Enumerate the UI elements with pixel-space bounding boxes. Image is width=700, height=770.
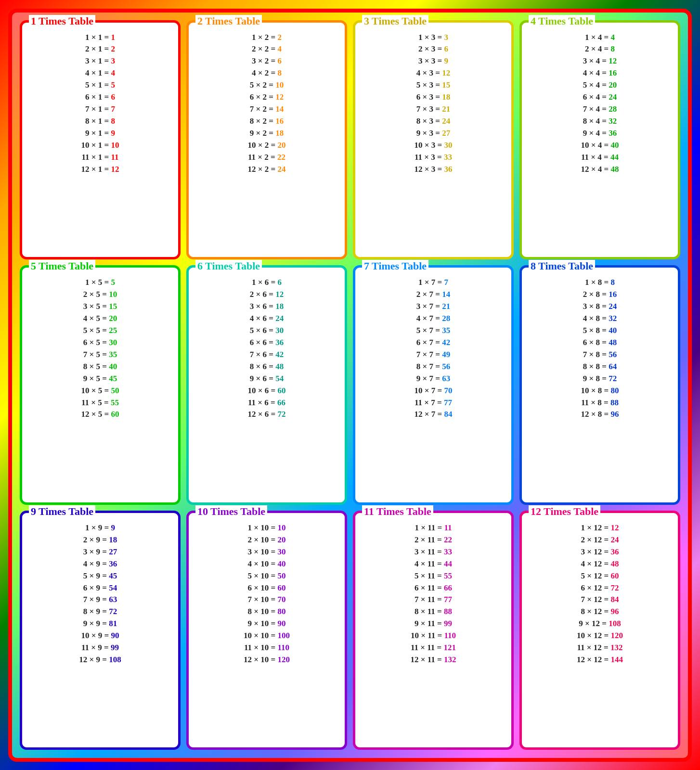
equation-result: 63 [442, 374, 450, 383]
equation-result: 9 [111, 128, 115, 138]
equation-result: 132 [444, 655, 456, 664]
table-row: 8 × 9 = 72 [26, 606, 174, 617]
equations-12: 1 × 12 = 122 × 12 = 243 × 12 = 364 × 12 … [526, 523, 674, 666]
equation-result: 36 [275, 338, 284, 347]
table-row: 8 × 4 = 32 [526, 116, 674, 127]
table-row: 2 × 8 = 16 [526, 289, 674, 300]
table-row: 12 × 5 = 60 [26, 409, 174, 420]
equation-result: 60 [277, 386, 285, 395]
table-row: 3 × 12 = 36 [526, 547, 674, 558]
equation-result: 18 [109, 535, 117, 544]
equation-result: 90 [111, 631, 119, 640]
table-row: 4 × 7 = 28 [359, 313, 507, 324]
table-row: 7 × 11 = 77 [359, 594, 507, 605]
table-row: 9 × 6 = 54 [193, 373, 341, 385]
equation-result: 35 [109, 350, 117, 359]
equation-result: 121 [444, 643, 456, 652]
equation-result: 12 [275, 92, 284, 102]
equation-result: 24 [442, 116, 450, 126]
equation-result: 3 [111, 56, 115, 65]
table-row: 11 × 4 = 44 [526, 152, 674, 163]
equation-result: 80 [277, 607, 285, 616]
table-row: 1 × 2 = 2 [193, 32, 341, 43]
table-row: 2 × 10 = 20 [193, 535, 341, 546]
equation-result: 32 [609, 116, 617, 126]
table-card-1: 1 Times Table1 × 1 = 12 × 1 = 23 × 1 = 3… [20, 20, 181, 260]
table-row: 11 × 12 = 132 [526, 642, 674, 654]
table-row: 12 × 2 = 24 [193, 164, 341, 175]
equation-result: 12 [609, 56, 617, 65]
equation-result: 48 [609, 338, 617, 347]
table-row: 1 × 6 = 6 [193, 277, 341, 288]
equation-result: 72 [109, 607, 117, 616]
equations-9: 1 × 9 = 92 × 9 = 183 × 9 = 274 × 9 = 365… [26, 523, 174, 666]
table-row: 10 × 4 = 40 [526, 140, 674, 151]
equation-result: 60 [610, 571, 619, 580]
table-row: 6 × 2 = 12 [193, 92, 341, 103]
equation-result: 25 [109, 326, 117, 335]
table-title-4: 4 Times Table [529, 15, 595, 27]
outer-border: 1 Times Table1 × 1 = 12 × 1 = 23 × 1 = 3… [8, 9, 692, 762]
table-row: 10 × 8 = 80 [526, 385, 674, 397]
equations-10: 1 × 10 = 102 × 10 = 203 × 10 = 304 × 10 … [193, 523, 341, 666]
equation-result: 60 [111, 410, 119, 419]
equation-result: 77 [444, 398, 452, 407]
equation-result: 6 [444, 44, 448, 53]
equation-result: 16 [609, 68, 617, 77]
table-row: 8 × 8 = 64 [526, 361, 674, 372]
table-row: 3 × 5 = 15 [26, 301, 174, 312]
table-row: 9 × 5 = 45 [26, 373, 174, 385]
equation-result: 12 [442, 68, 450, 77]
equation-result: 18 [275, 128, 284, 138]
table-row: 2 × 5 = 10 [26, 289, 174, 300]
table-row: 5 × 10 = 50 [193, 571, 341, 582]
table-row: 4 × 8 = 32 [526, 313, 674, 324]
equation-result: 40 [610, 141, 619, 150]
table-row: 7 × 5 = 35 [26, 349, 174, 360]
equation-result: 6 [277, 56, 282, 65]
table-row: 10 × 9 = 90 [26, 630, 174, 642]
table-title-12: 12 Times Table [529, 505, 600, 518]
table-row: 1 × 7 = 7 [359, 277, 507, 288]
equation-result: 4 [610, 33, 615, 42]
equation-result: 70 [444, 386, 452, 395]
equation-result: 3 [444, 33, 448, 42]
equation-result: 16 [275, 116, 284, 126]
table-row: 6 × 10 = 60 [193, 583, 341, 594]
table-row: 11 × 6 = 66 [193, 398, 341, 409]
table-row: 5 × 9 = 45 [26, 571, 174, 582]
equation-result: 24 [609, 302, 617, 311]
table-title-11: 11 Times Table [362, 505, 433, 518]
equations-11: 1 × 11 = 112 × 11 = 223 × 11 = 334 × 11 … [359, 523, 507, 666]
equation-result: 10 [111, 141, 119, 150]
equation-result: 11 [111, 153, 118, 162]
table-row: 12 × 10 = 120 [193, 654, 341, 666]
table-row: 1 × 12 = 12 [526, 523, 674, 534]
equation-result: 5 [111, 80, 115, 90]
equation-result: 90 [277, 619, 285, 628]
table-row: 12 × 3 = 36 [359, 164, 507, 175]
equation-result: 54 [109, 583, 117, 592]
table-row: 6 × 9 = 54 [26, 583, 174, 594]
equation-result: 42 [442, 338, 450, 347]
table-row: 2 × 2 = 4 [193, 44, 341, 55]
equation-result: 84 [444, 410, 452, 419]
table-row: 11 × 3 = 33 [359, 152, 507, 163]
equation-result: 27 [442, 128, 450, 138]
equation-result: 63 [109, 595, 117, 604]
table-title-5: 5 Times Table [29, 260, 95, 272]
table-row: 7 × 1 = 7 [26, 104, 174, 115]
equation-result: 8 [610, 44, 615, 53]
equation-result: 6 [111, 92, 115, 102]
equation-result: 4 [277, 44, 282, 53]
equation-result: 45 [109, 374, 117, 383]
equation-result: 8 [111, 116, 115, 126]
table-row: 5 × 3 = 15 [359, 80, 507, 91]
table-row: 6 × 3 = 18 [359, 92, 507, 103]
equation-result: 33 [444, 547, 452, 556]
table-card-5: 5 Times Table1 × 5 = 52 × 5 = 103 × 5 = … [20, 265, 181, 505]
equation-result: 36 [444, 165, 452, 174]
equation-result: 21 [442, 302, 450, 311]
equation-result: 14 [275, 104, 284, 114]
table-title-7: 7 Times Table [362, 260, 428, 272]
